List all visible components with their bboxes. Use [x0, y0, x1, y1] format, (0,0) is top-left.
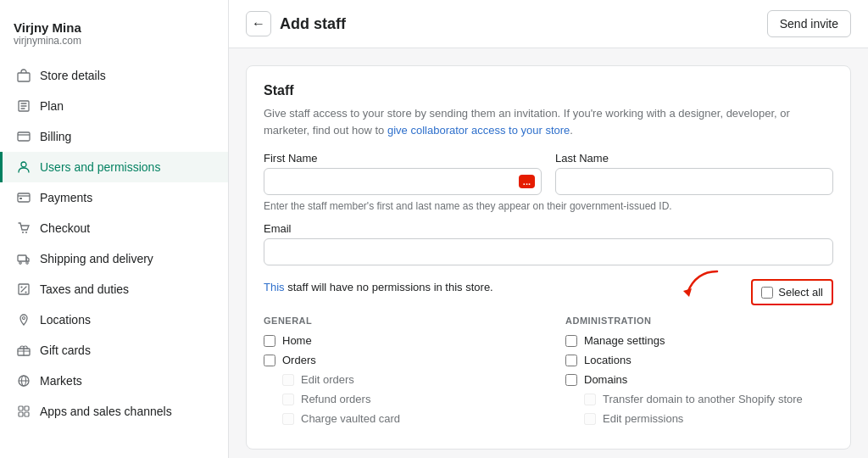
sidebar-nav: Store details Plan Billing Users and per…	[0, 60, 228, 444]
select-all-checkbox[interactable]	[761, 287, 773, 299]
sidebar-item-gift-cards[interactable]: Gift cards	[0, 335, 228, 366]
email-group: Email	[264, 222, 833, 265]
perm-orders-checkbox[interactable]	[264, 355, 275, 366]
plan-icon	[16, 98, 31, 114]
first-name-input-wrapper: ...	[264, 168, 542, 195]
sidebar-label-checkout: Checkout	[40, 221, 90, 235]
admin-header: ADMINISTRATION	[565, 316, 833, 326]
perm-edit-permissions: Edit permissions	[565, 412, 833, 425]
perm-edit-permissions-label: Edit permissions	[603, 412, 683, 425]
page-content: Staff Give staff access to your store by…	[229, 48, 868, 458]
first-name-group: First Name ...	[264, 152, 542, 195]
autofill-icon: ...	[519, 175, 535, 188]
svg-rect-8	[18, 255, 26, 261]
svg-point-9	[19, 262, 21, 264]
sidebar-label-markets: Markets	[40, 374, 82, 388]
sidebar-label-shipping: Shipping and delivery	[40, 252, 153, 265]
svg-rect-2	[18, 132, 30, 141]
sidebar: Virjny Mina virjnymina.com Store details…	[0, 0, 229, 458]
perm-home-checkbox[interactable]	[264, 335, 275, 347]
staff-card-title: Staff	[264, 83, 833, 98]
top-bar-left: ← Add staff	[246, 11, 346, 36]
last-name-input[interactable]	[555, 168, 833, 195]
perm-home-label: Home	[282, 334, 312, 347]
svg-point-6	[22, 232, 24, 233]
sidebar-label-taxes: Taxes and duties	[40, 282, 129, 296]
sidebar-item-shipping[interactable]: Shipping and delivery	[0, 243, 228, 274]
sidebar-item-billing[interactable]: Billing	[0, 121, 228, 152]
sidebar-item-payments[interactable]: Payments	[0, 182, 228, 213]
shipping-icon	[16, 251, 31, 266]
collaborator-access-link[interactable]: give collaborator access to your store	[387, 124, 570, 137]
perm-locations: Locations	[565, 354, 833, 366]
perm-charge-vaulted-label: Charge vaulted card	[301, 412, 400, 425]
perm-transfer-domain-label: Transfer domain to another Shopify store	[603, 393, 803, 405]
perm-charge-vaulted: Charge vaulted card	[264, 412, 531, 425]
svg-rect-16	[19, 406, 23, 411]
sidebar-item-store-details[interactable]: Store details	[0, 60, 228, 91]
perm-manage-settings-checkbox[interactable]	[565, 335, 577, 347]
send-invite-button[interactable]: Send invite	[767, 10, 851, 37]
sidebar-label-payments: Payments	[40, 191, 92, 204]
permissions-columns: GENERAL Home Orders Edit orders	[264, 316, 833, 432]
top-bar: ← Add staff Send invite	[229, 0, 868, 48]
svg-rect-4	[18, 193, 30, 202]
svg-rect-0	[18, 73, 30, 81]
perm-edit-orders: Edit orders	[264, 373, 531, 386]
sidebar-label-gift-cards: Gift cards	[40, 344, 91, 357]
profile-section: Virjny Mina virjnymina.com	[0, 14, 228, 60]
select-all-container[interactable]: Select all	[751, 279, 833, 305]
email-input[interactable]	[264, 238, 833, 265]
select-all-label: Select all	[778, 286, 823, 299]
general-column: GENERAL Home Orders Edit orders	[264, 316, 531, 432]
sidebar-label-users: Users and permissions	[40, 160, 160, 174]
profile-domain: virjnymina.com	[14, 35, 214, 47]
markets-icon	[16, 373, 31, 388]
perm-refund-orders-checkbox[interactable]	[282, 394, 294, 405]
notice-highlight: This	[264, 281, 285, 293]
svg-point-10	[26, 262, 28, 264]
email-label: Email	[264, 222, 833, 235]
store-icon	[16, 68, 31, 83]
arrow-indicator	[670, 267, 721, 301]
last-name-group: Last Name	[555, 152, 833, 195]
sidebar-item-checkout[interactable]: Checkout	[0, 213, 228, 243]
svg-rect-18	[19, 412, 23, 416]
name-help-text: Enter the staff member's first and last …	[264, 200, 833, 212]
billing-icon	[16, 129, 31, 144]
permissions-header-row: This staff will have no permissions in t…	[264, 279, 833, 305]
svg-rect-17	[25, 406, 29, 411]
perm-transfer-domain-checkbox[interactable]	[584, 394, 596, 405]
first-name-input[interactable]	[264, 168, 542, 195]
perm-edit-permissions-checkbox[interactable]	[584, 413, 596, 425]
apps-icon	[16, 404, 31, 419]
last-name-label: Last Name	[555, 152, 833, 165]
back-button[interactable]: ←	[246, 11, 271, 36]
perm-domains-checkbox[interactable]	[565, 374, 577, 386]
sidebar-label-billing: Billing	[40, 130, 71, 143]
sidebar-item-plan[interactable]: Plan	[0, 91, 228, 121]
perm-charge-vaulted-checkbox[interactable]	[282, 413, 294, 425]
perm-home: Home	[264, 334, 531, 347]
perm-manage-settings-label: Manage settings	[584, 334, 665, 347]
sidebar-item-markets[interactable]: Markets	[0, 366, 228, 396]
svg-rect-5	[19, 198, 22, 199]
sidebar-item-locations[interactable]: Locations	[0, 304, 228, 335]
svg-point-12	[23, 317, 25, 320]
sidebar-item-apps[interactable]: Apps and sales channels	[0, 396, 228, 427]
sidebar-item-taxes[interactable]: Taxes and duties	[0, 274, 228, 304]
sidebar-item-users-permissions[interactable]: Users and permissions	[0, 152, 228, 182]
first-name-label: First Name	[264, 152, 542, 165]
perm-edit-orders-label: Edit orders	[301, 373, 354, 386]
perm-locations-label: Locations	[584, 354, 632, 366]
locations-icon	[16, 312, 31, 327]
svg-rect-19	[25, 412, 29, 416]
perm-refund-orders-label: Refund orders	[301, 393, 370, 405]
perm-edit-orders-checkbox[interactable]	[282, 374, 294, 386]
page-title: Add staff	[280, 15, 346, 33]
staff-card: Staff Give staff access to your store by…	[246, 65, 851, 450]
permissions-section: This staff will have no permissions in t…	[264, 279, 833, 432]
main-content: ← Add staff Send invite Staff Give staff…	[229, 0, 868, 458]
gift-icon	[16, 343, 31, 358]
perm-locations-checkbox[interactable]	[565, 355, 577, 366]
